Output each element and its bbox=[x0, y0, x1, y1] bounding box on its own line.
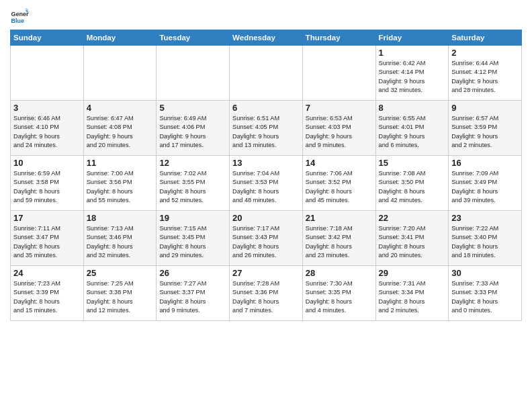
day-cell: 7Sunrise: 6:53 AM Sunset: 4:03 PM Daylig… bbox=[302, 101, 375, 156]
day-number: 17 bbox=[13, 213, 81, 223]
day-cell: 26Sunrise: 7:27 AM Sunset: 3:37 PM Dayli… bbox=[157, 266, 230, 321]
day-info: Sunrise: 6:51 AM Sunset: 4:05 PM Dayligh… bbox=[232, 114, 300, 150]
day-info: Sunrise: 7:33 AM Sunset: 3:33 PM Dayligh… bbox=[451, 279, 519, 315]
day-info: Sunrise: 7:27 AM Sunset: 3:37 PM Dayligh… bbox=[159, 279, 226, 315]
day-number: 12 bbox=[159, 158, 226, 168]
day-info: Sunrise: 7:09 AM Sunset: 3:49 PM Dayligh… bbox=[451, 169, 519, 205]
day-info: Sunrise: 6:59 AM Sunset: 3:58 PM Dayligh… bbox=[13, 169, 81, 205]
day-number: 11 bbox=[87, 158, 154, 168]
day-cell: 30Sunrise: 7:33 AM Sunset: 3:33 PM Dayli… bbox=[449, 266, 522, 321]
day-number: 1 bbox=[379, 48, 446, 58]
week-row-4: 24Sunrise: 7:23 AM Sunset: 3:39 PM Dayli… bbox=[11, 266, 522, 321]
day-number: 9 bbox=[451, 103, 519, 113]
main-container: General Blue SundayMondayTuesdayWednesda… bbox=[0, 0, 532, 324]
day-cell: 25Sunrise: 7:25 AM Sunset: 3:38 PM Dayli… bbox=[83, 266, 157, 321]
day-cell: 29Sunrise: 7:31 AM Sunset: 3:34 PM Dayli… bbox=[375, 266, 449, 321]
day-cell: 10Sunrise: 6:59 AM Sunset: 3:58 PM Dayli… bbox=[11, 156, 84, 211]
day-info: Sunrise: 6:49 AM Sunset: 4:06 PM Dayligh… bbox=[159, 114, 226, 150]
day-cell bbox=[230, 46, 303, 101]
header-wednesday: Wednesday bbox=[230, 30, 303, 46]
day-info: Sunrise: 7:17 AM Sunset: 3:43 PM Dayligh… bbox=[232, 224, 300, 260]
day-number: 20 bbox=[232, 213, 300, 223]
day-info: Sunrise: 6:46 AM Sunset: 4:10 PM Dayligh… bbox=[13, 114, 81, 150]
day-cell bbox=[11, 46, 84, 101]
day-info: Sunrise: 7:00 AM Sunset: 3:56 PM Dayligh… bbox=[87, 169, 154, 205]
day-number: 26 bbox=[159, 268, 226, 278]
day-number: 8 bbox=[379, 103, 446, 113]
day-cell bbox=[83, 46, 157, 101]
day-info: Sunrise: 7:18 AM Sunset: 3:42 PM Dayligh… bbox=[306, 224, 373, 260]
day-cell: 19Sunrise: 7:15 AM Sunset: 3:45 PM Dayli… bbox=[157, 211, 230, 266]
day-cell: 2Sunrise: 6:44 AM Sunset: 4:12 PM Daylig… bbox=[449, 46, 522, 101]
day-number: 7 bbox=[306, 103, 373, 113]
header-saturday: Saturday bbox=[449, 30, 522, 46]
day-info: Sunrise: 7:20 AM Sunset: 3:41 PM Dayligh… bbox=[379, 224, 446, 260]
day-number: 15 bbox=[379, 158, 446, 168]
day-cell: 17Sunrise: 7:11 AM Sunset: 3:47 PM Dayli… bbox=[11, 211, 84, 266]
day-cell: 9Sunrise: 6:57 AM Sunset: 3:59 PM Daylig… bbox=[449, 101, 522, 156]
week-row-0: 1Sunrise: 6:42 AM Sunset: 4:14 PM Daylig… bbox=[11, 46, 522, 101]
header-row: SundayMondayTuesdayWednesdayThursdayFrid… bbox=[11, 30, 522, 46]
day-number: 13 bbox=[232, 158, 300, 168]
svg-text:Blue: Blue bbox=[11, 17, 24, 24]
day-cell: 5Sunrise: 6:49 AM Sunset: 4:06 PM Daylig… bbox=[157, 101, 230, 156]
day-info: Sunrise: 7:25 AM Sunset: 3:38 PM Dayligh… bbox=[87, 279, 154, 315]
day-number: 25 bbox=[87, 268, 154, 278]
day-cell: 6Sunrise: 6:51 AM Sunset: 4:05 PM Daylig… bbox=[230, 101, 303, 156]
logo-icon: General Blue bbox=[10, 7, 29, 26]
day-number: 5 bbox=[159, 103, 226, 113]
day-number: 14 bbox=[306, 158, 373, 168]
day-number: 16 bbox=[451, 158, 519, 168]
day-number: 2 bbox=[451, 48, 519, 58]
day-info: Sunrise: 7:08 AM Sunset: 3:50 PM Dayligh… bbox=[379, 169, 446, 205]
day-number: 6 bbox=[232, 103, 300, 113]
day-cell: 21Sunrise: 7:18 AM Sunset: 3:42 PM Dayli… bbox=[302, 211, 375, 266]
svg-text:General: General bbox=[11, 11, 29, 17]
day-number: 4 bbox=[87, 103, 154, 113]
day-cell: 1Sunrise: 6:42 AM Sunset: 4:14 PM Daylig… bbox=[375, 46, 449, 101]
calendar-table: SundayMondayTuesdayWednesdayThursdayFrid… bbox=[10, 30, 522, 321]
header-sunday: Sunday bbox=[11, 30, 84, 46]
header-friday: Friday bbox=[375, 30, 449, 46]
day-info: Sunrise: 6:57 AM Sunset: 3:59 PM Dayligh… bbox=[451, 114, 519, 150]
day-number: 18 bbox=[87, 213, 154, 223]
header-thursday: Thursday bbox=[302, 30, 375, 46]
day-info: Sunrise: 6:55 AM Sunset: 4:01 PM Dayligh… bbox=[379, 114, 446, 150]
day-info: Sunrise: 7:04 AM Sunset: 3:53 PM Dayligh… bbox=[232, 169, 300, 205]
day-cell: 24Sunrise: 7:23 AM Sunset: 3:39 PM Dayli… bbox=[11, 266, 84, 321]
day-number: 27 bbox=[232, 268, 300, 278]
day-cell: 18Sunrise: 7:13 AM Sunset: 3:46 PM Dayli… bbox=[83, 211, 157, 266]
day-info: Sunrise: 6:42 AM Sunset: 4:14 PM Dayligh… bbox=[379, 59, 446, 95]
header: General Blue bbox=[10, 7, 522, 26]
logo: General Blue bbox=[10, 7, 32, 26]
header-tuesday: Tuesday bbox=[157, 30, 230, 46]
calendar-header: SundayMondayTuesdayWednesdayThursdayFrid… bbox=[11, 30, 522, 46]
day-number: 21 bbox=[306, 213, 373, 223]
day-cell: 4Sunrise: 6:47 AM Sunset: 4:08 PM Daylig… bbox=[83, 101, 157, 156]
day-cell: 11Sunrise: 7:00 AM Sunset: 3:56 PM Dayli… bbox=[83, 156, 157, 211]
day-cell: 15Sunrise: 7:08 AM Sunset: 3:50 PM Dayli… bbox=[375, 156, 449, 211]
day-cell: 22Sunrise: 7:20 AM Sunset: 3:41 PM Dayli… bbox=[375, 211, 449, 266]
calendar-body: 1Sunrise: 6:42 AM Sunset: 4:14 PM Daylig… bbox=[11, 46, 522, 321]
week-row-1: 3Sunrise: 6:46 AM Sunset: 4:10 PM Daylig… bbox=[11, 101, 522, 156]
day-cell: 3Sunrise: 6:46 AM Sunset: 4:10 PM Daylig… bbox=[11, 101, 84, 156]
day-cell: 14Sunrise: 7:06 AM Sunset: 3:52 PM Dayli… bbox=[302, 156, 375, 211]
day-number: 22 bbox=[379, 213, 446, 223]
day-cell: 12Sunrise: 7:02 AM Sunset: 3:55 PM Dayli… bbox=[157, 156, 230, 211]
day-info: Sunrise: 7:11 AM Sunset: 3:47 PM Dayligh… bbox=[13, 224, 81, 260]
day-number: 29 bbox=[379, 268, 446, 278]
day-info: Sunrise: 7:31 AM Sunset: 3:34 PM Dayligh… bbox=[379, 279, 446, 315]
day-info: Sunrise: 7:13 AM Sunset: 3:46 PM Dayligh… bbox=[87, 224, 154, 260]
day-number: 28 bbox=[306, 268, 373, 278]
day-cell: 13Sunrise: 7:04 AM Sunset: 3:53 PM Dayli… bbox=[230, 156, 303, 211]
day-info: Sunrise: 6:53 AM Sunset: 4:03 PM Dayligh… bbox=[306, 114, 373, 150]
day-number: 24 bbox=[13, 268, 81, 278]
day-number: 3 bbox=[13, 103, 81, 113]
day-info: Sunrise: 7:15 AM Sunset: 3:45 PM Dayligh… bbox=[159, 224, 226, 260]
day-info: Sunrise: 7:30 AM Sunset: 3:35 PM Dayligh… bbox=[306, 279, 373, 315]
day-number: 23 bbox=[451, 213, 519, 223]
day-info: Sunrise: 7:06 AM Sunset: 3:52 PM Dayligh… bbox=[306, 169, 373, 205]
day-info: Sunrise: 6:47 AM Sunset: 4:08 PM Dayligh… bbox=[87, 114, 154, 150]
day-number: 10 bbox=[13, 158, 81, 168]
day-info: Sunrise: 7:23 AM Sunset: 3:39 PM Dayligh… bbox=[13, 279, 81, 315]
